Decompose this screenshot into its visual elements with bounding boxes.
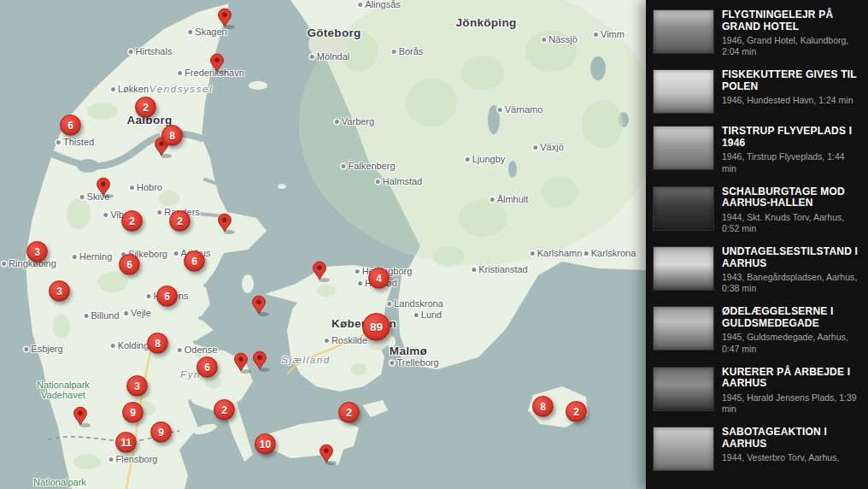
cluster-count: 8 <box>155 338 161 350</box>
cluster-marker[interactable]: 3 <box>126 375 148 397</box>
cluster-marker[interactable]: 2 <box>338 402 360 423</box>
cluster-marker[interactable]: 6 <box>156 286 178 307</box>
cluster-count: 6 <box>204 362 210 374</box>
cluster-count: 8 <box>540 401 546 413</box>
video-meta: 1946, Grand Hotel, Kalundborg, 2:04 min <box>722 35 861 57</box>
cluster-marker[interactable]: 2 <box>135 97 156 118</box>
cluster-count: 3 <box>34 246 40 258</box>
cluster-marker[interactable]: 6 <box>119 254 140 275</box>
video-thumbnail[interactable] <box>653 126 714 170</box>
video-text: TIRSTRUP FLYVEPLADS I 1946 1946, Tirstru… <box>722 126 861 174</box>
cluster-marker[interactable]: 2 <box>169 210 191 232</box>
video-text: UNDTAGELSESTILSTAND I AARHUS 1943, Baneg… <box>722 246 861 294</box>
cluster-marker[interactable]: 10 <box>255 433 276 455</box>
video-text: FLYGTNINGELEJR PÅ GRAND HOTEL 1946, Gran… <box>722 9 861 57</box>
video-meta: 1944, Skt. Knuds Torv, Aarhus, 0:52 min <box>722 212 861 234</box>
video-title: SABOTAGEAKTION I AARHUS <box>722 427 861 450</box>
cluster-marker[interactable]: 2 <box>121 210 143 232</box>
cluster-count: 6 <box>126 259 132 271</box>
cluster-count: 2 <box>573 406 579 418</box>
video-thumbnail[interactable] <box>653 367 714 411</box>
video-text: SCHALBURGTAGE MOD AARHUS-HALLEN 1944, Sk… <box>722 186 861 234</box>
video-list: FLYGTNINGELEJR PÅ GRAND HOTEL 1946, Gran… <box>651 3 863 477</box>
video-list-item-flygtningelejr-p-grand-hotel[interactable]: FLYGTNINGELEJR PÅ GRAND HOTEL 1946, Gran… <box>651 3 863 63</box>
cluster-count: 2 <box>221 404 227 416</box>
cluster-count: 6 <box>164 291 170 303</box>
cluster-marker[interactable]: 8 <box>161 125 183 146</box>
cluster-count: 6 <box>191 256 197 268</box>
video-meta: 1946, Hundested Havn, 1:24 min <box>722 95 861 106</box>
video-title: KURERER PÅ ARBEJDE I AARHUS <box>722 367 861 390</box>
cluster-marker[interactable]: 89 <box>362 313 390 341</box>
cluster-marker[interactable]: 8 <box>147 333 168 354</box>
cluster-count: 3 <box>56 286 62 298</box>
cluster-count: 2 <box>143 102 149 114</box>
cluster-marker[interactable]: 2 <box>566 401 587 422</box>
cluster-count: 2 <box>177 215 183 227</box>
video-meta: 1946, Tirstrup Flyveplads, 1:44 min <box>722 151 861 174</box>
video-thumbnail[interactable] <box>653 186 714 231</box>
video-list-item-undtagelsestilstand-i-aarhus[interactable]: UNDTAGELSESTILSTAND I AARHUS 1943, Baneg… <box>651 240 863 300</box>
map-clusters-layer: 2 6 8 2 2 3 6 6 3 6 4 8 6 89 3 9 9 11 2 … <box>0 0 646 489</box>
video-thumbnail[interactable] <box>653 306 714 351</box>
cluster-marker[interactable]: 9 <box>150 421 172 443</box>
cluster-count: 6 <box>67 120 73 132</box>
video-text: ØDELÆGGELSERNE I GULDSMEDEGADE 1945, Gul… <box>722 306 861 354</box>
video-meta: 1943, Banegårdspladsen, Aarhus, 0:38 min <box>722 272 861 294</box>
video-list-item-fiskekuttere-gives-til-polen[interactable]: FISKEKUTTERE GIVES TIL POLEN 1946, Hunde… <box>651 63 863 120</box>
cluster-count: 8 <box>169 130 175 142</box>
video-text: SABOTAGEAKTION I AARHUS 1944, Vesterbro … <box>722 427 861 463</box>
cluster-marker[interactable]: 8 <box>532 396 554 417</box>
cluster-count: 3 <box>134 380 140 392</box>
cluster-marker[interactable]: 4 <box>368 268 390 289</box>
cluster-marker[interactable]: 9 <box>122 402 144 423</box>
cluster-count: 4 <box>376 273 382 285</box>
cluster-count: 2 <box>129 215 135 227</box>
video-title: ØDELÆGGELSERNE I GULDSMEDEGADE <box>722 306 861 329</box>
video-thumbnail[interactable] <box>653 246 714 291</box>
video-list-item-schalburgtage-mod-aarhus-hallen[interactable]: SCHALBURGTAGE MOD AARHUS-HALLEN 1944, Sk… <box>651 180 863 240</box>
cluster-count: 9 <box>158 427 164 439</box>
cluster-marker[interactable]: 3 <box>26 241 48 262</box>
cluster-count: 89 <box>370 321 383 333</box>
cluster-marker[interactable]: 6 <box>184 250 205 272</box>
cluster-marker[interactable]: 2 <box>214 399 235 421</box>
video-thumbnail[interactable] <box>653 427 714 471</box>
app-window: Skagen Hirtshals Frederikshavn Løkken Ve… <box>0 0 868 489</box>
cluster-count: 10 <box>260 439 271 451</box>
cluster-marker[interactable]: 11 <box>115 432 137 453</box>
video-title: TIRSTRUP FLYVEPLADS I 1946 <box>722 126 861 149</box>
video-title: UNDTAGELSESTILSTAND I AARHUS <box>722 246 861 269</box>
cluster-marker[interactable]: 3 <box>49 280 70 302</box>
video-title: SCHALBURGTAGE MOD AARHUS-HALLEN <box>722 186 861 209</box>
video-thumbnail[interactable] <box>653 69 714 114</box>
video-list-item-kurerer-p-arbejde-i-aarhus[interactable]: KURERER PÅ ARBEJDE I AARHUS 1945, Harald… <box>651 361 863 421</box>
video-list-item-sabotageaktion-i-aarhus[interactable]: SABOTAGEAKTION I AARHUS 1944, Vesterbro … <box>651 421 863 477</box>
map-canvas[interactable]: Skagen Hirtshals Frederikshavn Løkken Ve… <box>0 0 646 489</box>
video-sidebar: FLYGTNINGELEJR PÅ GRAND HOTEL 1946, Gran… <box>646 0 868 489</box>
cluster-count: 11 <box>120 437 132 449</box>
video-meta: 1944, Vesterbro Torv, Aarhus, <box>722 452 861 463</box>
video-title: FISKEKUTTERE GIVES TIL POLEN <box>722 69 861 92</box>
cluster-marker[interactable]: 6 <box>196 356 218 378</box>
video-text: KURERER PÅ ARBEJDE I AARHUS 1945, Harald… <box>722 367 861 415</box>
cluster-count: 2 <box>346 407 352 419</box>
video-thumbnail[interactable] <box>653 9 714 54</box>
video-list-item-del-ggelserne-i-guldsmedegade[interactable]: ØDELÆGGELSERNE I GULDSMEDEGADE 1945, Gul… <box>651 300 863 360</box>
video-list-item-tirstrup-flyveplads-i-1946[interactable]: TIRSTRUP FLYVEPLADS I 1946 1946, Tirstru… <box>651 120 863 180</box>
video-text: FISKEKUTTERE GIVES TIL POLEN 1946, Hunde… <box>722 69 861 106</box>
cluster-count: 9 <box>130 407 136 419</box>
video-meta: 1945, Harald Jensens Plads, 1:39 min <box>722 392 861 415</box>
cluster-marker[interactable]: 6 <box>60 115 81 136</box>
video-title: FLYGTNINGELEJR PÅ GRAND HOTEL <box>722 9 861 32</box>
video-meta: 1945, Guldsmedegade, Aarhus, 0:47 min <box>722 332 861 354</box>
